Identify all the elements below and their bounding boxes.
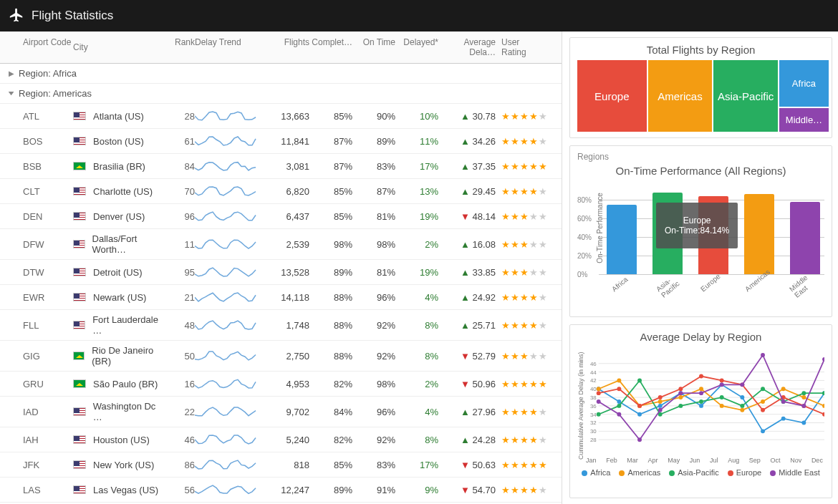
cell-completion: 87%	[309, 136, 352, 147]
legend-item[interactable]: Europe	[728, 468, 761, 477]
cell-delayed: 8%	[395, 435, 438, 445]
cell-city: Atlanta (US)	[73, 111, 166, 122]
col-header-rank[interactable]: Rank	[166, 37, 195, 57]
cell-flights: 6,437	[266, 211, 309, 222]
col-header-rating[interactable]: User Rating	[496, 37, 546, 57]
table-row[interactable]: DTW Detroit (US) 95 13,528 89% 81% 19% ▲…	[0, 260, 562, 285]
cell-ontime: 87%	[352, 186, 395, 197]
cell-completion: 88%	[309, 320, 352, 331]
table-row[interactable]: FLL Fort Lauderdale … 48 1,748 88% 92% 8…	[0, 310, 562, 341]
cell-rank: 56	[166, 485, 195, 495]
svg-point-57	[617, 387, 621, 391]
col-header-delayed[interactable]: Delayed*	[395, 37, 438, 57]
treemap-region-asia-pacific[interactable]: Asia-Pacific	[713, 60, 778, 132]
bar-americas[interactable]	[744, 194, 774, 274]
cell-code: DFW	[23, 239, 73, 250]
table-row[interactable]: BSB Brasilia (BR) 84 3,081 87% 83% 17% ▲…	[0, 154, 562, 179]
cell-rating: ★★★★★	[496, 485, 546, 495]
barchart[interactable]: On-Time Performance 0%20%40%60%80%Africa…	[577, 181, 824, 303]
cell-rank: 96	[166, 211, 195, 222]
col-header-flights[interactable]: Flights	[266, 37, 309, 57]
table-row[interactable]: LAS Las Vegas (US) 56 12,247 89% 91% 9% …	[0, 478, 562, 503]
legend-item[interactable]: Middle East	[770, 468, 819, 477]
legend-item[interactable]: Asia-Pacific	[669, 468, 718, 477]
cell-delayed: 19%	[395, 211, 438, 222]
grid-body[interactable]: ▶ Region: Africa ▶ Region: Americas ATL …	[0, 64, 562, 504]
table-row[interactable]: GRU São Paulo (BR) 16 4,953 82% 98% 2% ▼…	[0, 372, 562, 397]
cell-flights: 12,247	[266, 485, 309, 495]
svg-text:30: 30	[590, 428, 597, 435]
flag-icon	[73, 407, 86, 416]
group-row-africa[interactable]: ▶ Region: Africa	[0, 64, 562, 84]
table-row[interactable]: GIG Rio De Janeiro (BR) 50 2,750 88% 92%…	[0, 341, 562, 372]
cell-completion: 84%	[309, 407, 352, 417]
cell-sparkline	[195, 264, 266, 280]
bar-asia-pacific[interactable]	[652, 193, 683, 274]
table-row[interactable]: DFW Dallas/Fort Worth… 11 2,539 98% 98% …	[0, 229, 562, 260]
table-row[interactable]: ATL Atlanta (US) 28 13,663 85% 90% 10% ▲…	[0, 104, 562, 129]
treemap-region-africa[interactable]: Africa	[779, 60, 829, 107]
cell-sparkline	[195, 457, 266, 472]
cell-delayed: 11%	[395, 136, 438, 147]
table-row[interactable]: JFK New York (US) 86 818 85% 83% 17% ▼ 5…	[0, 452, 562, 478]
cell-rank: 50	[166, 351, 195, 362]
col-header-ontime[interactable]: On Time	[352, 37, 395, 57]
treemap-region-americas[interactable]: Americas	[648, 60, 713, 132]
table-row[interactable]: BOS Boston (US) 61 11,841 87% 89% 11% ▲ …	[0, 129, 562, 154]
table-row[interactable]: EWR Newark (US) 21 14,118 88% 96% 4% ▲ 2…	[0, 285, 562, 310]
cell-rating: ★★★★★	[496, 111, 546, 122]
svg-point-33	[617, 378, 621, 382]
cell-ontime: 90%	[352, 111, 395, 122]
table-row[interactable]: IAH Houston (US) 46 5,240 82% 92% 8% ▲ 2…	[0, 427, 562, 452]
col-header-completion[interactable]: Complet…	[309, 37, 352, 57]
col-header-code[interactable]: Airport Code	[23, 37, 73, 57]
bar-middle east[interactable]	[790, 202, 820, 274]
treemap-region-middle-east[interactable]: Middle…	[779, 108, 829, 132]
flag-icon	[73, 435, 86, 444]
cell-completion: 82%	[309, 379, 352, 389]
cell-city: Newark (US)	[73, 292, 166, 303]
chevron-down-icon: ▶	[8, 92, 16, 96]
linechart-xlabels: JanFebMarAprMayJunJulAugSepOctNovDec	[584, 457, 824, 464]
table-row[interactable]: DEN Denver (US) 96 6,437 85% 81% 19% ▼ 4…	[0, 204, 562, 229]
cell-code: CLT	[23, 186, 73, 197]
bar-africa[interactable]	[607, 205, 637, 275]
cell-ontime: 83%	[352, 161, 395, 172]
cell-sparkline	[195, 482, 266, 498]
regions-label: Regions	[577, 152, 824, 162]
cell-flights: 13,663	[266, 111, 309, 122]
charts-panel: Total Flights by Region Europe Americas …	[562, 32, 838, 504]
col-header-trend[interactable]: Delay Trend	[195, 37, 266, 57]
cell-delayed: 4%	[395, 292, 438, 303]
cell-rating: ★★★★★	[496, 407, 546, 417]
cell-ontime: 98%	[352, 239, 395, 250]
cell-sparkline	[195, 404, 266, 420]
svg-point-55	[822, 391, 824, 395]
cell-rating: ★★★★★	[496, 267, 546, 278]
treemap-region-europe[interactable]: Europe	[577, 60, 647, 132]
col-header-avgdelay[interactable]: Average Dela…	[438, 37, 496, 57]
svg-point-60	[678, 387, 683, 391]
treemap[interactable]: Europe Americas Asia-Pacific Africa Midd…	[577, 60, 824, 132]
linechart-svg: 28303234363840424446	[584, 347, 824, 455]
cell-city: Brasilia (BR)	[73, 161, 166, 172]
cell-completion: 89%	[309, 267, 352, 278]
svg-point-38	[720, 404, 724, 408]
svg-point-51	[740, 404, 744, 408]
cell-ontime: 81%	[352, 267, 395, 278]
cell-city: Fort Lauderdale …	[73, 314, 166, 336]
cell-rank: 46	[166, 435, 195, 445]
table-row[interactable]: CLT Charlotte (US) 70 6,820 85% 87% 13% …	[0, 179, 562, 204]
legend-item[interactable]: Americas	[619, 468, 660, 477]
linechart[interactable]: Cummulative Average Delay (in mins) 2830…	[577, 347, 824, 476]
cell-code: IAD	[23, 407, 73, 417]
legend-item[interactable]: Africa	[582, 468, 610, 477]
table-row[interactable]: IAD Washington Dc … 22 9,702 84% 96% 4% …	[0, 397, 562, 427]
group-row-americas[interactable]: ▶ Region: Americas	[0, 84, 562, 104]
bar-europe[interactable]	[698, 196, 728, 274]
col-header-city[interactable]: City	[73, 37, 166, 57]
cell-code: BOS	[23, 136, 73, 147]
cell-city: New York (US)	[73, 460, 166, 470]
cell-delayed: 17%	[395, 460, 438, 470]
cell-sparkline	[195, 158, 266, 174]
